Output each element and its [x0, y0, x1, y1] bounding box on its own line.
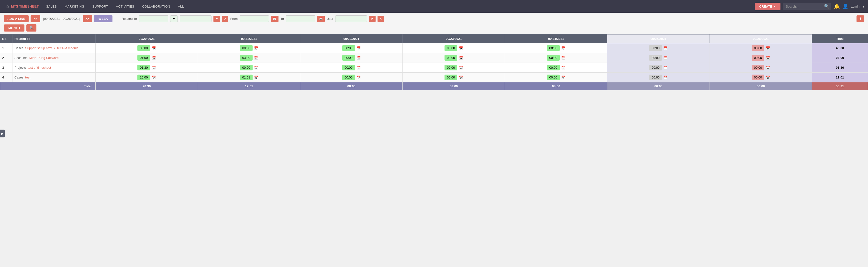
cell-no: 2 [0, 53, 12, 63]
cell-d5: 00:00📅 [505, 53, 607, 63]
cell-d4: 00:00📅 [402, 53, 505, 63]
cell-d3: 00:00📅 [300, 72, 403, 82]
col-d1: 09/20/2021 [96, 34, 198, 43]
search-wrapper: 🔍 [783, 3, 831, 10]
col-d5: 09/24/2021 [505, 34, 607, 43]
create-button[interactable]: CREATE ▼ [755, 3, 780, 10]
admin-label: admin [851, 5, 860, 8]
cell-d2: 01:01📅 [198, 72, 300, 82]
cell-d2: 00:00📅 [198, 63, 300, 72]
cell-no: 1 [0, 43, 12, 53]
user-label: User [327, 17, 333, 21]
create-label: CREATE [759, 5, 772, 8]
related-to-clear-button[interactable]: ⚑ [213, 16, 220, 22]
total-total: 56:31 [812, 82, 868, 90]
next-button[interactable]: >> [83, 15, 92, 22]
total-d6: 00:00 [607, 82, 710, 90]
cell-d4: 00:00📅 [402, 72, 505, 82]
total-d7: 00:00 [710, 82, 812, 90]
create-dropdown-arrow: ▼ [774, 5, 776, 8]
brand-label: MTS TIMESHEET [11, 4, 39, 8]
notifications-button[interactable]: 🔔 [834, 3, 840, 9]
cell-total: 11:01 [812, 72, 868, 82]
user-input[interactable]: Demo [335, 16, 367, 22]
nav-activities[interactable]: ACTIVITIES [112, 0, 138, 13]
total-d5: 08:00 [505, 82, 607, 90]
cell-d1: 01:30📅 [96, 63, 198, 72]
cell-total: 04:00 [812, 53, 868, 63]
filter-area: Related To ▼ ⚑ ✕ From 09/20/2021 📅 To 09… [122, 16, 384, 22]
table-row: 4 Cases test 10:00📅 01:01📅 00:00📅 00:00📅… [0, 72, 868, 82]
from-label: From [230, 17, 238, 21]
table-row: 3 Projects test of timesheet 01:30📅 00:0… [0, 63, 868, 72]
related-to-value-input[interactable] [180, 16, 212, 22]
user-clear-button[interactable]: ⚑ [369, 16, 376, 22]
totals-row: Total 20:30 12:01 08:00 08:00 08:00 00:0… [0, 82, 868, 90]
cell-d3: 00:00📅 [300, 63, 403, 72]
related-to-x-button[interactable]: ✕ [222, 16, 228, 22]
cell-no: 4 [0, 72, 12, 82]
total-d3: 08:00 [300, 82, 403, 90]
cell-d7: 00:00📅 [710, 53, 812, 63]
export-button[interactable]: ⬇ [857, 16, 864, 22]
nav-right: CREATE ▼ 🔍 🔔 👤 admin ▼ [755, 3, 865, 10]
cell-name[interactable]: Support setup new SuiteCRM module [25, 46, 79, 50]
cell-no: 3 [0, 63, 12, 72]
nav-collaboration[interactable]: COLLABORATION [138, 0, 174, 13]
user-icon-button[interactable]: 👤 [842, 3, 848, 9]
cell-d7: 00:00📅 [710, 72, 812, 82]
from-calendar-icon[interactable]: 📅 [271, 16, 278, 22]
from-date-input[interactable]: 09/20/2021 [240, 16, 269, 22]
search-input[interactable] [785, 3, 824, 10]
cell-related-to: Projects test of timesheet [12, 63, 96, 72]
cell-d6: 00:00📅 [607, 53, 710, 63]
total-d1: 20:30 [96, 82, 198, 90]
to-date-input[interactable]: 09/26/2021 [286, 16, 315, 22]
toolbar: ADD A LINE << [09/20/2021 - 09/26/2021] … [0, 13, 868, 34]
related-to-type-input[interactable] [139, 16, 168, 22]
cell-d2: 08:00📅 [198, 43, 300, 53]
week-button[interactable]: WEEK [94, 15, 113, 22]
search-filter-button[interactable]: 🔍 [26, 24, 36, 32]
col-d3: 09/22/2021 [300, 34, 403, 43]
cell-name[interactable]: Mien Trung Software [29, 56, 59, 60]
table-header-row: No. Related To 09/20/2021 09/21/2021 09/… [0, 34, 868, 43]
cell-d3: 00:00📅 [300, 53, 403, 63]
nav-sales[interactable]: SALES [42, 0, 61, 13]
search-icon-button[interactable]: 🔍 [824, 4, 829, 9]
cell-d6: 00:00📅 [607, 72, 710, 82]
cell-type: Cases [14, 46, 24, 50]
cell-d5: 00:00📅 [505, 72, 607, 82]
related-to-dropdown[interactable]: ▼ [170, 16, 178, 22]
cell-related-to: Accounts Mien Trung Software [12, 53, 96, 63]
home-icon: ⌂ [6, 4, 9, 9]
toolbar-row2: MONTH 🔍 [4, 24, 864, 32]
total-d4: 08:00 [402, 82, 505, 90]
nav-all[interactable]: ALL [174, 0, 188, 13]
nav-support[interactable]: SUPPORT [88, 0, 112, 13]
cell-related-to: Cases test [12, 72, 96, 82]
prev-button[interactable]: << [31, 15, 40, 22]
user-x-button[interactable]: ✕ [377, 16, 384, 22]
nav-marketing[interactable]: MARKETING [61, 0, 88, 13]
col-no: No. [0, 34, 12, 43]
cell-name[interactable]: test [25, 76, 30, 79]
cell-d1: 10:00📅 [96, 72, 198, 82]
col-d2: 09/21/2021 [198, 34, 300, 43]
nav-items: SALES MARKETING SUPPORT ACTIVITIES COLLA… [42, 0, 755, 13]
add-line-button[interactable]: ADD A LINE [4, 15, 29, 22]
admin-dropdown[interactable]: ▼ [862, 5, 865, 8]
to-label: To [280, 17, 284, 21]
month-button[interactable]: MONTH [4, 25, 25, 32]
brand[interactable]: ⌂ MTS TIMESHEET [3, 4, 42, 9]
cell-type: Accounts [14, 56, 28, 60]
cell-d1: 01:00📅 [96, 53, 198, 63]
cell-name[interactable]: test of timesheet [28, 66, 51, 69]
col-d4: 09/23/2021 [402, 34, 505, 43]
cell-d6: 00:00📅 [607, 43, 710, 53]
cell-related-to: Cases Support setup new SuiteCRM module [12, 43, 96, 53]
timesheet-table: No. Related To 09/20/2021 09/21/2021 09/… [0, 34, 868, 90]
table-row: 2 Accounts Mien Trung Software 01:00📅 03… [0, 53, 868, 63]
cell-d2: 03:00📅 [198, 53, 300, 63]
to-calendar-icon[interactable]: 📅 [317, 16, 325, 22]
